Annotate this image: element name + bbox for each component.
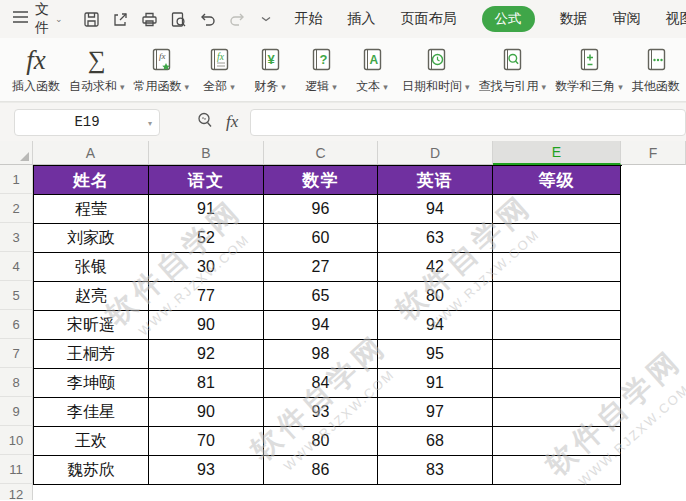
cell-a2[interactable]: 程莹 bbox=[34, 195, 149, 224]
cell-d4[interactable]: 42 bbox=[378, 253, 493, 282]
cell-a7[interactable]: 王桐芳 bbox=[34, 340, 149, 369]
column-header-d[interactable]: D bbox=[378, 141, 493, 165]
cell-e5[interactable] bbox=[493, 282, 621, 311]
all-functions-button[interactable]: fx 全部 bbox=[198, 44, 240, 95]
select-all-corner[interactable] bbox=[0, 141, 33, 165]
cell-b8[interactable]: 81 bbox=[149, 369, 264, 398]
cell-c5[interactable]: 65 bbox=[264, 282, 378, 311]
cell-c1[interactable]: 数学 bbox=[264, 166, 378, 195]
row-header-9[interactable]: 9 bbox=[0, 397, 33, 426]
other-functions-button[interactable]: 其他函数 bbox=[632, 44, 680, 95]
tab-view[interactable]: 视图 bbox=[666, 10, 686, 28]
cell-d10[interactable]: 68 bbox=[378, 427, 493, 456]
cell-e7[interactable] bbox=[493, 340, 621, 369]
cell-b10[interactable]: 70 bbox=[149, 427, 264, 456]
cell-e4[interactable] bbox=[493, 253, 621, 282]
cell-e3[interactable] bbox=[493, 224, 621, 253]
cell-b7[interactable]: 92 bbox=[149, 340, 264, 369]
tab-review[interactable]: 审阅 bbox=[613, 10, 641, 28]
cell-d11[interactable]: 83 bbox=[378, 456, 493, 485]
cell-a10[interactable]: 王欢 bbox=[34, 427, 149, 456]
cell-b11[interactable]: 93 bbox=[149, 456, 264, 485]
lookup-reference-functions-button[interactable]: 查找与引用 bbox=[479, 44, 547, 95]
customize-toolbar-button[interactable] bbox=[257, 10, 275, 28]
cell-b6[interactable]: 90 bbox=[149, 311, 264, 340]
logical-functions-button[interactable]: ? 逻辑 bbox=[300, 44, 342, 95]
formula-input[interactable] bbox=[250, 109, 686, 136]
row-header-4[interactable]: 4 bbox=[0, 252, 33, 281]
cell-e11[interactable] bbox=[493, 456, 621, 485]
row-header-10[interactable]: 10 bbox=[0, 426, 33, 455]
tab-data[interactable]: 数据 bbox=[560, 10, 588, 28]
cell-a4[interactable]: 张银 bbox=[34, 253, 149, 282]
cell-b9[interactable]: 90 bbox=[149, 398, 264, 427]
cell-d6[interactable]: 94 bbox=[378, 311, 493, 340]
cell-a8[interactable]: 李坤颐 bbox=[34, 369, 149, 398]
cell-a3[interactable]: 刘家政 bbox=[34, 224, 149, 253]
row-header-1[interactable]: 1 bbox=[0, 165, 33, 194]
undo-button[interactable] bbox=[199, 10, 217, 28]
fx-icon[interactable]: fx bbox=[226, 112, 238, 132]
common-functions-button[interactable]: fx 常用函数 bbox=[134, 44, 190, 95]
cell-a11[interactable]: 魏苏欣 bbox=[34, 456, 149, 485]
cell-c6[interactable]: 94 bbox=[264, 311, 378, 340]
cell-d2[interactable]: 94 bbox=[378, 195, 493, 224]
autosum-button[interactable]: ∑ 自动求和 bbox=[69, 44, 125, 95]
financial-functions-button[interactable]: ¥ 财务 bbox=[249, 44, 291, 95]
row-header-11[interactable]: 11 bbox=[0, 455, 33, 484]
cell-e8[interactable] bbox=[493, 369, 621, 398]
column-header-f[interactable]: F bbox=[621, 141, 686, 165]
cell-c9[interactable]: 93 bbox=[264, 398, 378, 427]
search-icon[interactable] bbox=[196, 111, 214, 133]
redo-button[interactable] bbox=[228, 10, 246, 28]
cell-a6[interactable]: 宋昕遥 bbox=[34, 311, 149, 340]
cell-c7[interactable]: 98 bbox=[264, 340, 378, 369]
row-header-6[interactable]: 6 bbox=[0, 310, 33, 339]
cell-d3[interactable]: 63 bbox=[378, 224, 493, 253]
cell-a5[interactable]: 赵亮 bbox=[34, 282, 149, 311]
row-header-7[interactable]: 7 bbox=[0, 339, 33, 368]
cell-b5[interactable]: 77 bbox=[149, 282, 264, 311]
cell-c11[interactable]: 86 bbox=[264, 456, 378, 485]
date-time-functions-button[interactable]: 日期和时间 bbox=[402, 44, 470, 95]
cell-b1[interactable]: 语文 bbox=[149, 166, 264, 195]
cell-c10[interactable]: 80 bbox=[264, 427, 378, 456]
cell-e9[interactable] bbox=[493, 398, 621, 427]
cell-a9[interactable]: 李佳星 bbox=[34, 398, 149, 427]
insert-function-button[interactable]: fx 插入函数 bbox=[12, 44, 60, 95]
text-functions-button[interactable]: A 文本 bbox=[351, 44, 393, 95]
chevron-down-icon[interactable]: ▾ bbox=[148, 119, 152, 128]
cell-e1[interactable]: 等级 bbox=[493, 166, 621, 195]
cell-a1[interactable]: 姓名 bbox=[34, 166, 149, 195]
tab-insert[interactable]: 插入 bbox=[348, 10, 376, 28]
cell-c8[interactable]: 84 bbox=[264, 369, 378, 398]
row-header-3[interactable]: 3 bbox=[0, 223, 33, 252]
cell-e2[interactable] bbox=[493, 195, 621, 224]
row-header-12[interactable]: 12 bbox=[0, 484, 33, 500]
row-header-5[interactable]: 5 bbox=[0, 281, 33, 310]
row-header-8[interactable]: 8 bbox=[0, 368, 33, 397]
cell-c3[interactable]: 60 bbox=[264, 224, 378, 253]
cell-e10[interactable] bbox=[493, 427, 621, 456]
column-header-a[interactable]: A bbox=[33, 141, 149, 165]
cell-c2[interactable]: 96 bbox=[264, 195, 378, 224]
cell-b2[interactable]: 91 bbox=[149, 195, 264, 224]
file-menu-button[interactable]: 文件 ⌄ bbox=[12, 1, 63, 37]
export-button[interactable] bbox=[112, 10, 130, 28]
column-header-b[interactable]: B bbox=[149, 141, 264, 165]
column-header-c[interactable]: C bbox=[264, 141, 378, 165]
row-header-2[interactable]: 2 bbox=[0, 194, 33, 223]
cell-d1[interactable]: 英语 bbox=[378, 166, 493, 195]
cell-e6[interactable] bbox=[493, 311, 621, 340]
cell-d7[interactable]: 95 bbox=[378, 340, 493, 369]
tab-formulas[interactable]: 公式 bbox=[482, 6, 535, 32]
cell-c4[interactable]: 27 bbox=[264, 253, 378, 282]
print-preview-button[interactable] bbox=[170, 10, 188, 28]
tab-page-layout[interactable]: 页面布局 bbox=[401, 10, 457, 28]
cell-d5[interactable]: 80 bbox=[378, 282, 493, 311]
cell-b3[interactable]: 52 bbox=[149, 224, 264, 253]
cell-b4[interactable]: 30 bbox=[149, 253, 264, 282]
name-box[interactable]: E19 ▾ bbox=[14, 109, 160, 136]
save-button[interactable] bbox=[83, 10, 101, 28]
math-trig-functions-button[interactable]: 数学和三角 bbox=[555, 44, 623, 95]
